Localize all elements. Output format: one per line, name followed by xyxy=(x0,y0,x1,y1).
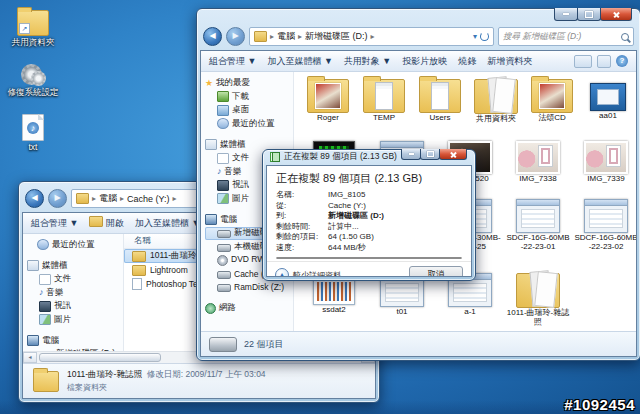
copy-progress-dialog[interactable]: 正在複製 89 個項目 (2.13 GB) 正在複製 89 個項目 (2.13 … xyxy=(262,149,476,281)
preview-pane-button[interactable] xyxy=(597,55,611,68)
minimize-button[interactable] xyxy=(554,8,578,21)
new-folder-button[interactable]: 新增資料夾 xyxy=(487,55,532,68)
minimize-button[interactable] xyxy=(401,149,421,160)
file-item[interactable]: Users xyxy=(412,76,468,138)
open-button[interactable]: 開啟 xyxy=(89,216,124,230)
sidebar-network-header[interactable]: 網路 xyxy=(205,301,293,315)
dialog-footer: ▲ 較少詳細資料 取消 xyxy=(267,261,471,277)
less-details-toggle[interactable]: ▲ 較少詳細資料 xyxy=(275,268,341,277)
breadcrumb-drive[interactable]: 新增磁碟區 (D:) xyxy=(305,30,368,43)
file-item[interactable]: 法頌CD xyxy=(524,76,580,138)
scroll-left-arrow[interactable]: ◂ xyxy=(23,352,37,363)
file-item[interactable]: 1011-曲瑞玲-雜誌照 xyxy=(504,270,572,331)
dialog-title: 正在複製 89 個項目 (2.13 GB) xyxy=(284,151,397,163)
maximize-button[interactable] xyxy=(577,8,601,21)
file-thumb xyxy=(516,199,560,233)
sidebar-item-pictures[interactable]: 圖片 xyxy=(27,313,123,327)
sidebar-item-recent[interactable]: 最近的位置 xyxy=(27,238,123,252)
slideshow-button[interactable]: 投影片放映 xyxy=(402,55,447,68)
burn-button[interactable]: 燒錄 xyxy=(458,55,476,68)
search-input[interactable]: 搜尋 新增磁碟區 (D:) xyxy=(498,27,634,46)
sidebar-favorites-header[interactable]: ★我的最愛 xyxy=(205,76,293,90)
file-item[interactable]: SDCF-16G-60MB-22-23-02 xyxy=(572,196,636,270)
sidebar-libraries-header[interactable]: 媒體櫃 xyxy=(27,259,123,273)
front-window-titlebar[interactable] xyxy=(197,9,640,25)
close-button[interactable] xyxy=(600,8,632,21)
dialog-titlebar[interactable]: 正在複製 89 個項目 (2.13 GB) xyxy=(263,150,475,165)
field-value: IMG_8105 xyxy=(328,190,365,201)
field-label: 到: xyxy=(276,211,328,222)
file-thumb xyxy=(590,83,626,111)
desktop-icon-label: 共用資料夾 xyxy=(2,38,64,48)
add-to-library-menu[interactable]: 加入至媒體櫃 ▼ xyxy=(267,55,332,68)
maximize-button[interactable] xyxy=(420,149,440,160)
views-button[interactable] xyxy=(574,55,592,68)
sidebar-item-videos[interactable]: 視訊 xyxy=(27,300,123,314)
drive-icon xyxy=(217,230,231,238)
sidebar-item-desktop[interactable]: 桌面 xyxy=(205,104,293,118)
drive-icon xyxy=(209,337,237,352)
copy-files-icon xyxy=(270,152,280,162)
drive-icon xyxy=(217,284,231,292)
caption-buttons xyxy=(555,8,632,21)
file-icon xyxy=(132,278,142,290)
copy-progress-bar xyxy=(276,257,462,259)
forward-button[interactable]: ▶ xyxy=(226,27,245,46)
breadcrumb-computer[interactable]: 電腦 xyxy=(99,192,117,205)
recent-icon xyxy=(217,118,229,129)
download-icon xyxy=(217,91,229,102)
drive-icon xyxy=(217,244,231,252)
media-note-icon: ♪ xyxy=(27,122,39,134)
address-dropdown-icon[interactable]: ▾ xyxy=(473,32,477,41)
dialog-caption-buttons xyxy=(402,149,467,160)
music-icon: ♪ xyxy=(39,288,44,297)
file-thumb xyxy=(363,79,405,113)
file-item[interactable]: Roger xyxy=(300,76,356,138)
organize-menu[interactable]: 組合管理 ▼ xyxy=(209,55,256,68)
breadcrumb-computer[interactable]: 電腦 xyxy=(277,30,295,43)
share-menu[interactable]: 共用對象 ▼ xyxy=(344,55,391,68)
organize-menu[interactable]: 組合管理 ▼ xyxy=(31,217,78,230)
back-folder-tree: 最近的位置 媒體櫃 文件 ♪音樂 視訊 圖片 電腦 新增磁碟區 (D:) 本機磁… xyxy=(23,234,124,351)
desktop-icon-system-repair[interactable]: 修復系統設定 xyxy=(2,62,64,98)
close-button[interactable] xyxy=(439,149,467,160)
scrollbar-thumb[interactable] xyxy=(39,353,161,362)
desktop-icon-shared-folder[interactable]: ↗ 共用資料夾 xyxy=(2,10,64,48)
file-item[interactable]: TEMP xyxy=(356,76,412,138)
sidebar-computer-header[interactable]: 電腦 xyxy=(27,334,123,348)
chevron-up-icon: ▲ xyxy=(275,268,289,277)
field-label: 剩餘的項目: xyxy=(276,232,328,243)
star-icon: ★ xyxy=(205,79,213,88)
sidebar-item-music[interactable]: ♪音樂 xyxy=(27,286,123,300)
file-item[interactable]: SDCF-16G-60MB-22-23-01 xyxy=(504,196,572,270)
desktop-icon-txt[interactable]: ♪ txt xyxy=(2,114,64,153)
file-item[interactable]: aa01 xyxy=(580,76,636,138)
add-to-library-menu[interactable]: 加入至媒體櫃 ▼ xyxy=(135,217,200,230)
file-thumb xyxy=(531,79,573,113)
back-details-pane: 1011-曲瑞玲-雜誌照 修改日期: 2009/11/7 上午 03:04 檔案… xyxy=(23,363,375,398)
cancel-button[interactable]: 取消 xyxy=(409,266,463,277)
sidebar-item-documents[interactable]: 文件 xyxy=(27,273,123,287)
dialog-body: 正在複製 89 個項目 (2.13 GB) 名稱:IMG_8105 從:Cach… xyxy=(266,165,472,277)
field-label: 剩餘時間: xyxy=(276,222,328,233)
refresh-icon[interactable] xyxy=(480,32,489,41)
back-button[interactable]: ◀ xyxy=(25,189,44,208)
computer-icon xyxy=(205,214,217,225)
sidebar-drive-ramdisk[interactable]: RamDisk (Z:) xyxy=(205,281,293,295)
file-item[interactable]: IMG_7338 xyxy=(504,138,572,196)
front-toolbar: 組合管理 ▼ 加入至媒體櫃 ▼ 共用對象 ▼ 投影片放映 燒錄 新增資料夾 ? xyxy=(201,51,636,72)
file-item[interactable]: 共用資料夾 xyxy=(468,76,524,138)
help-icon[interactable]: ? xyxy=(616,55,628,67)
file-item[interactable]: IMG_7339 xyxy=(572,138,636,196)
breadcrumb-drive[interactable]: Cache (Y:) xyxy=(127,194,170,204)
field-value: Cache (Y:) xyxy=(328,201,366,212)
documents-icon xyxy=(217,153,229,164)
breadcrumb[interactable]: ▸ 電腦 ▸ 新增磁碟區 (D:) ▸ ▾ xyxy=(249,27,494,46)
location-icon xyxy=(254,31,267,42)
sidebar-item-recent[interactable]: 最近的位置 xyxy=(205,117,293,131)
back-button[interactable]: ◀ xyxy=(203,27,222,46)
forward-button[interactable]: ▶ xyxy=(48,189,67,208)
desktop-icon xyxy=(217,105,229,116)
sidebar-item-downloads[interactable]: 下載 xyxy=(205,90,293,104)
file-thumb xyxy=(516,141,560,174)
